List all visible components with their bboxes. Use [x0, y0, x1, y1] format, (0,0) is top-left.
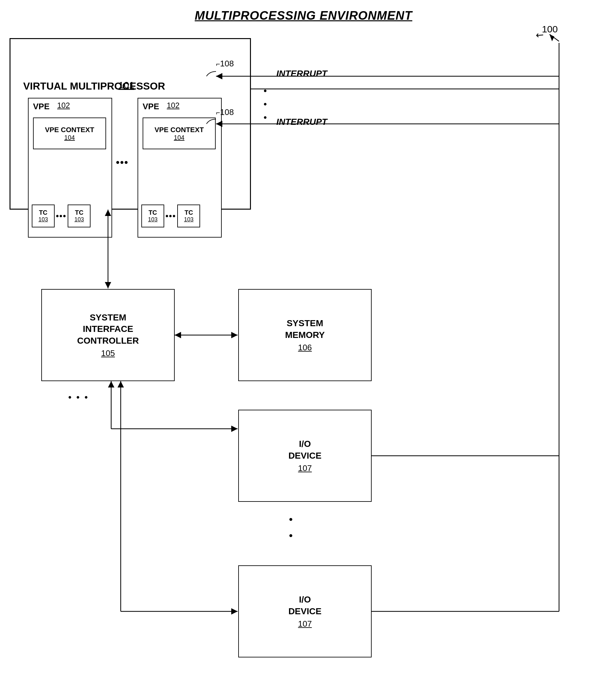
interrupt-label-top: INTERRUPT	[276, 69, 327, 79]
sic-label: SYSTEMINTERFACECONTROLLER	[77, 312, 139, 346]
svg-marker-19	[108, 381, 114, 387]
tc-box-left-1: TC 103	[32, 205, 55, 227]
vpe-right-ref: 102	[167, 101, 180, 110]
vpe-context-left-ref: 104	[64, 134, 75, 141]
page-title: MULTIPROCESSING ENVIRONMENT	[195, 9, 412, 23]
vm-box: VIRTUAL MULTIPROCESSOR 101 VPE 102 VPE C…	[9, 38, 251, 210]
sic-ref: 105	[101, 348, 115, 358]
tc-box-right-2: TC 103	[177, 205, 200, 227]
io-device-2-box: I/ODEVICE 107	[238, 565, 372, 657]
svg-line-0	[549, 34, 559, 41]
interrupt-dots: •••	[264, 84, 267, 124]
io-dots: ••	[289, 511, 293, 544]
vpe-context-right: VPE CONTEXT 104	[143, 118, 216, 149]
sic-box: SYSTEMINTERFACECONTROLLER 105	[41, 289, 175, 381]
io-device-2-label: I/ODEVICE	[288, 594, 321, 617]
vpe-right-box: VPE 102 VPE CONTEXT 104 TC 103 ••• TC 10…	[138, 98, 222, 238]
svg-marker-22	[231, 608, 237, 615]
system-memory-box: SYSTEMMEMORY 106	[238, 289, 372, 381]
interrupt-label-bottom: INTERRUPT	[276, 117, 327, 127]
tc-row-left: TC 103 ••• TC 103	[32, 205, 108, 227]
svg-marker-23	[118, 381, 124, 387]
svg-marker-15	[175, 332, 181, 338]
vm-label: VIRTUAL MULTIPROCESSOR	[23, 80, 165, 92]
io-device-1-ref: 107	[298, 463, 312, 473]
tc-box-right-1: TC 103	[141, 205, 164, 227]
diagram: MULTIPROCESSING ENVIRONMENT 100 VIRTUAL …	[0, 0, 607, 700]
vpe-right-label: VPE	[143, 102, 159, 111]
vm-ref: 101	[119, 80, 134, 90]
vpe-left-label: VPE	[33, 102, 49, 111]
io-device-1-label: I/ODEVICE	[288, 438, 321, 462]
vpe-left-ref: 102	[57, 101, 70, 110]
svg-marker-14	[231, 332, 237, 338]
vpe-context-left-label: VPE CONTEXT	[45, 126, 94, 134]
io-device-2-ref: 107	[298, 619, 312, 629]
sic-bottom-dots: • • •	[68, 392, 89, 402]
ref-108-top: ⌐108	[216, 59, 234, 69]
tc-box-left-2: TC 103	[68, 205, 90, 227]
svg-marker-18	[231, 426, 237, 432]
tc-dots-left: •••	[56, 211, 66, 221]
vpe-context-right-label: VPE CONTEXT	[154, 126, 204, 134]
io-device-1-box: I/ODEVICE 107	[238, 410, 372, 502]
vpe-left-box: VPE 102 VPE CONTEXT 104 TC 103 ••• TC 10…	[28, 98, 112, 238]
tc-row-right: TC 103 ••• TC 103	[141, 205, 217, 227]
system-memory-ref: 106	[298, 343, 312, 353]
vpe-ellipsis: •••	[116, 156, 129, 168]
svg-marker-11	[105, 282, 111, 289]
tc-dots-right: •••	[166, 211, 176, 221]
vpe-context-right-ref: 104	[174, 134, 184, 141]
system-memory-label: SYSTEMMEMORY	[285, 318, 325, 341]
vpe-context-left: VPE CONTEXT 104	[33, 118, 106, 149]
ref-108-bottom: ⌐108	[216, 107, 234, 117]
svg-marker-1	[549, 34, 554, 41]
